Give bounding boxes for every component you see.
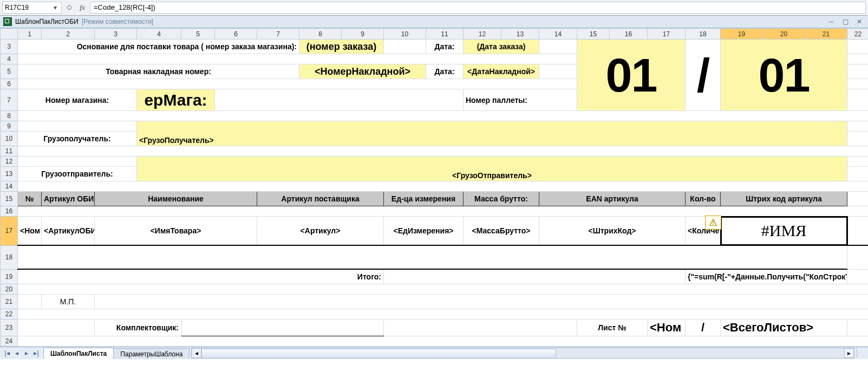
- cell-error-imya[interactable]: #ИМЯ: [721, 221, 847, 240]
- th-no: №: [18, 193, 41, 204]
- cell-artikul[interactable]: <Артикул>: [257, 225, 383, 236]
- th-shtrih: Штрих код артикула: [721, 193, 847, 204]
- cell-nomer[interactable]: <Ном: [18, 225, 41, 236]
- value-gruzootpravitel[interactable]: <ГрузоОтправитель>: [137, 170, 847, 181]
- col-header[interactable]: 9: [342, 29, 384, 40]
- value-data-nakladnoy[interactable]: <ДатаНакладной>: [464, 66, 539, 77]
- tab-prev-icon[interactable]: ◂: [12, 348, 22, 358]
- value-gruzopoluchatel[interactable]: <ГрузоПолучатель>: [137, 135, 847, 146]
- row-header[interactable]: 18: [1, 245, 18, 269]
- column-headers-row[interactable]: 1 2 3 4 5 6 7 8 9 10 11 12 13 14 15 16 1…: [1, 29, 869, 40]
- value-nomer-nakladnoy[interactable]: <НомерНакладной>: [299, 65, 426, 79]
- cell-imya-tovara[interactable]: <ИмяТовара>: [95, 225, 257, 236]
- value-nom[interactable]: <Ном: [648, 320, 685, 336]
- th-ean: EAN артикула: [539, 193, 685, 204]
- row-header[interactable]: 13: [1, 167, 18, 181]
- row-header[interactable]: 19: [1, 269, 18, 284]
- col-header[interactable]: 18: [686, 29, 721, 40]
- row-header[interactable]: 24: [1, 336, 18, 347]
- col-header[interactable]: 11: [426, 29, 464, 40]
- error-smart-tag-icon[interactable]: [705, 216, 721, 230]
- th-artikul-obi: Артикул ОБИ: [42, 193, 94, 204]
- row-header[interactable]: 8: [1, 111, 18, 121]
- tab-first-icon[interactable]: |◂: [2, 348, 12, 358]
- col-header[interactable]: 13: [501, 29, 539, 40]
- row-header[interactable]: 12: [1, 157, 18, 167]
- col-header[interactable]: 1: [18, 29, 42, 40]
- col-header[interactable]: 17: [648, 29, 686, 40]
- sheet-tab-bar: |◂ ◂ ▸ ▸| ШаблонПакЛиста ПараметрыШаблон…: [0, 347, 868, 359]
- cell-shtrih[interactable]: <ШтрихКод>: [539, 225, 685, 236]
- col-header[interactable]: 8: [299, 29, 342, 40]
- workbook-title-bar: ШаблонПакЛистОБИ [Режим совместимости] ─…: [0, 16, 868, 28]
- fx-icon[interactable]: fx: [77, 2, 88, 13]
- row-header[interactable]: 11: [1, 146, 18, 157]
- row-header[interactable]: 21: [1, 295, 18, 309]
- col-header[interactable]: 22: [847, 29, 869, 40]
- value-sum-formula[interactable]: {"=sum(R[-"+Данные.Получить("КолСтрокТ: [686, 271, 847, 282]
- scroll-track[interactable]: [201, 349, 844, 357]
- name-box-dropdown-icon[interactable]: ▾: [51, 4, 59, 11]
- tab-nav-buttons: |◂ ◂ ▸ ▸|: [0, 348, 43, 358]
- cell-reference: R17C19: [5, 4, 29, 11]
- cell-ed-izm[interactable]: <ЕдИзмерения>: [384, 225, 463, 236]
- row-header[interactable]: 9: [1, 121, 18, 132]
- row-header[interactable]: 20: [1, 284, 18, 295]
- col-header[interactable]: 6: [215, 29, 257, 40]
- expand-formula-icon[interactable]: [64, 2, 75, 13]
- scroll-thumb[interactable]: [201, 349, 556, 359]
- label-mp: М.П.: [42, 296, 94, 307]
- big-slash: /: [686, 53, 720, 97]
- col-header[interactable]: 7: [257, 29, 299, 40]
- label-list-no: Лист №: [577, 322, 647, 333]
- col-header[interactable]: 10: [384, 29, 426, 40]
- col-header[interactable]: 20: [763, 29, 805, 40]
- col-header[interactable]: 16: [610, 29, 648, 40]
- minimize-icon[interactable]: ─: [826, 17, 837, 26]
- row-header[interactable]: 6: [1, 79, 18, 89]
- col-header[interactable]: 3: [95, 29, 137, 40]
- row-header[interactable]: 4: [1, 54, 18, 64]
- value-nomer-zakaza[interactable]: (номер заказа): [299, 40, 383, 54]
- col-header[interactable]: 12: [464, 29, 501, 40]
- worksheet-grid[interactable]: 1 2 3 4 5 6 7 8 9 10 11 12 13 14 15 16 1…: [0, 28, 868, 347]
- col-header[interactable]: 19: [721, 29, 763, 40]
- label-gruzopoluchatel: Грузополучатель:: [18, 133, 136, 144]
- big-counter-right[interactable]: 01: [721, 53, 847, 97]
- horizontal-scrollbar[interactable]: ◂ ▸: [191, 348, 854, 359]
- col-header[interactable]: 2: [42, 29, 95, 40]
- value-data-zakaza[interactable]: (Дата заказа): [464, 41, 539, 52]
- restore-icon[interactable]: ▢: [840, 17, 851, 26]
- select-all-corner[interactable]: [1, 29, 18, 40]
- row-header[interactable]: 7: [1, 89, 18, 111]
- row-header[interactable]: 10: [1, 132, 18, 146]
- cell-artikul-obi[interactable]: <АртикулОБИ>: [42, 225, 94, 236]
- label-data: Дата:: [426, 41, 463, 52]
- row-header[interactable]: 17: [1, 217, 18, 246]
- scroll-right-icon[interactable]: ▸: [844, 348, 854, 358]
- row-header[interactable]: 23: [1, 320, 18, 336]
- big-counter-left[interactable]: 01: [577, 53, 685, 97]
- tab-next-icon[interactable]: ▸: [22, 348, 31, 358]
- close-icon[interactable]: ✕: [854, 17, 865, 26]
- name-box[interactable]: R17C19 ▾: [2, 2, 62, 14]
- scroll-left-icon[interactable]: ◂: [192, 348, 201, 358]
- col-header[interactable]: 14: [539, 29, 577, 40]
- col-header[interactable]: 5: [181, 29, 215, 40]
- row-header[interactable]: 5: [1, 64, 18, 79]
- col-header[interactable]: 4: [137, 29, 181, 40]
- row-header[interactable]: 14: [1, 181, 18, 192]
- value-vsego-listov[interactable]: <ВсегоЛистов>: [721, 320, 847, 336]
- cell-massa[interactable]: <МассаБрутто>: [464, 225, 539, 236]
- col-header[interactable]: 21: [805, 29, 847, 40]
- row-header[interactable]: 22: [1, 309, 18, 320]
- tab-last-icon[interactable]: ▸|: [31, 348, 41, 358]
- col-header[interactable]: 15: [577, 29, 610, 40]
- formula-input[interactable]: =Code_128(RC[-4]): [90, 2, 866, 14]
- row-header[interactable]: 3: [1, 40, 18, 54]
- sheet-tab-active[interactable]: ШаблонПакЛиста: [43, 348, 114, 359]
- row-header[interactable]: 15: [1, 192, 18, 206]
- sheet-tab[interactable]: ПараметрыШаблона: [113, 348, 190, 359]
- value-nomer-magazina[interactable]: ерМага:: [137, 90, 214, 110]
- row-header[interactable]: 16: [1, 206, 18, 217]
